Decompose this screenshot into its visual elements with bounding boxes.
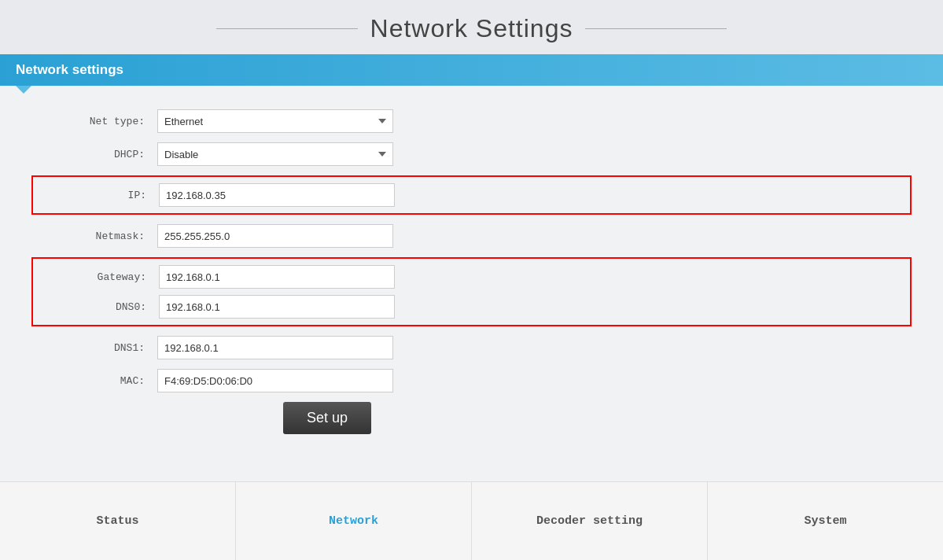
- setup-row: Set up: [0, 402, 943, 434]
- bottom-nav: Status Network Decoder setting System: [0, 481, 943, 560]
- dns0-row: DNS0:: [33, 295, 910, 319]
- mac-input[interactable]: [157, 369, 393, 392]
- gateway-label: Gateway:: [33, 271, 159, 283]
- page-title: Network Settings: [370, 14, 573, 43]
- nav-item-network[interactable]: Network: [236, 482, 472, 560]
- net-type-row: Net type: Ethernet WiFi 3G/4G: [0, 109, 943, 133]
- nav-network-label: Network: [329, 514, 378, 528]
- nav-item-system[interactable]: System: [708, 482, 943, 560]
- netmask-input[interactable]: [157, 224, 393, 248]
- netmask-label: Netmask:: [31, 230, 157, 242]
- section-header-label: Network settings: [16, 62, 123, 77]
- dhcp-row: DHCP: Disable Enable: [0, 142, 943, 166]
- nav-item-decoder[interactable]: Decoder setting: [472, 482, 708, 560]
- gateway-row: Gateway:: [33, 265, 910, 289]
- net-type-select[interactable]: Ethernet WiFi 3G/4G: [157, 109, 393, 133]
- nav-item-status[interactable]: Status: [0, 482, 236, 560]
- dns0-label: DNS0:: [33, 301, 159, 313]
- nav-decoder-label: Decoder setting: [536, 514, 643, 528]
- gateway-input[interactable]: [159, 265, 395, 289]
- dns0-input[interactable]: [159, 295, 395, 319]
- dhcp-label: DHCP:: [31, 149, 157, 160]
- page-title-bar: Network Settings: [0, 0, 943, 54]
- dns1-label: DNS1:: [31, 342, 157, 354]
- form-area: Net type: Ethernet WiFi 3G/4G DHCP: Disa…: [0, 86, 943, 481]
- net-type-label: Net type:: [31, 116, 157, 127]
- main-content: Network settings Net type: Ethernet WiFi…: [0, 54, 943, 481]
- nav-status-label: Status: [96, 514, 138, 528]
- netmask-row: Netmask:: [0, 224, 943, 248]
- dns1-row: DNS1:: [0, 336, 943, 359]
- gateway-dns-outer: Gateway: DNS0:: [31, 257, 912, 326]
- dhcp-select[interactable]: Disable Enable: [157, 142, 393, 166]
- mac-label: MAC:: [31, 375, 157, 387]
- nav-system-label: System: [804, 514, 846, 528]
- ip-row-outer: IP:: [31, 175, 912, 215]
- ip-label: IP:: [33, 190, 159, 201]
- ip-input[interactable]: [159, 183, 395, 207]
- setup-button[interactable]: Set up: [283, 402, 371, 434]
- mac-row: MAC:: [0, 369, 943, 392]
- ip-row: IP:: [33, 183, 910, 207]
- dns1-input[interactable]: [157, 336, 393, 359]
- section-header: Network settings: [0, 54, 943, 86]
